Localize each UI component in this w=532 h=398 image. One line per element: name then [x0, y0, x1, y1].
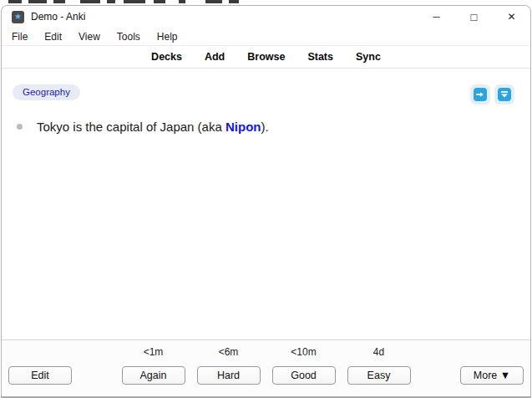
star-icon: ★	[14, 13, 22, 21]
bullet-icon	[17, 124, 23, 130]
toolbar-stats[interactable]: Stats	[307, 51, 333, 63]
hard-button[interactable]: Hard	[197, 366, 261, 385]
collapse-down-button[interactable]	[494, 84, 514, 105]
card-content-line: Tokyo is the capital of Japan (aka Nipon…	[17, 120, 269, 134]
arrow-right-icon	[474, 88, 487, 101]
interval-label-again: <1m	[144, 346, 164, 359]
answer-bar: Edit <1m Again <6m Hard <10m Good 4d Eas…	[2, 339, 530, 396]
good-button[interactable]: Good	[272, 366, 336, 385]
window-controls: ─ □ ✕	[418, 6, 530, 28]
again-button[interactable]: Again	[122, 366, 185, 385]
menu-edit[interactable]: Edit	[36, 29, 70, 44]
menu-tools[interactable]: Tools	[109, 29, 149, 44]
card-text-after: ).	[261, 120, 268, 134]
close-button[interactable]: ✕	[493, 6, 530, 28]
card-text-highlight: Nipon	[225, 120, 261, 134]
main-toolbar: Decks Add Browse Stats Sync	[2, 45, 530, 69]
edit-button[interactable]: Edit	[8, 366, 72, 385]
maximize-icon: □	[471, 11, 478, 23]
menu-view[interactable]: View	[70, 29, 109, 44]
toolbar-add[interactable]: Add	[205, 51, 225, 63]
menu-file[interactable]: File	[3, 29, 36, 44]
ease-button-group: <1m Again <6m Hard <10m Good 4d Easy	[122, 346, 411, 385]
close-icon: ✕	[507, 11, 515, 23]
more-button[interactable]: More ▼	[460, 366, 524, 385]
toolbar-decks[interactable]: Decks	[151, 51, 182, 63]
easy-button[interactable]: Easy	[347, 366, 411, 385]
ease-column-easy: 4d Easy	[347, 346, 411, 385]
collapse-down-icon	[498, 88, 511, 101]
window-title: Demo - Anki	[31, 11, 85, 23]
interval-label-hard: <6m	[219, 346, 239, 359]
card-text-before: Tokyo is the capital of Japan (aka	[37, 120, 225, 134]
card-text: Tokyo is the capital of Japan (aka Nipon…	[37, 120, 269, 134]
anki-window: ★ Demo - Anki ─ □ ✕ File Edit View Tools…	[1, 5, 531, 398]
maximize-button[interactable]: □	[455, 6, 493, 28]
interval-label-easy: 4d	[373, 346, 384, 359]
card-icon-buttons	[470, 84, 514, 105]
title-bar: ★ Demo - Anki ─ □ ✕	[2, 6, 530, 28]
ease-column-hard: <6m Hard	[197, 346, 261, 385]
ease-column-again: <1m Again	[122, 346, 185, 385]
menu-bar: File Edit View Tools Help	[2, 28, 530, 45]
toolbar-browse[interactable]: Browse	[247, 51, 285, 63]
toolbar-sync[interactable]: Sync	[356, 51, 381, 63]
interval-label-good: <10m	[291, 346, 316, 359]
minimize-icon: ─	[433, 11, 440, 23]
arrow-right-button[interactable]	[470, 84, 490, 105]
background-window-artifacts	[0, 0, 532, 4]
card-review-area: Geography	[2, 69, 530, 339]
deck-tag-badge: Geography	[13, 84, 80, 100]
anki-app-icon: ★	[12, 11, 24, 23]
menu-help[interactable]: Help	[149, 29, 186, 44]
ease-column-good: <10m Good	[272, 346, 336, 385]
minimize-button[interactable]: ─	[418, 6, 455, 28]
